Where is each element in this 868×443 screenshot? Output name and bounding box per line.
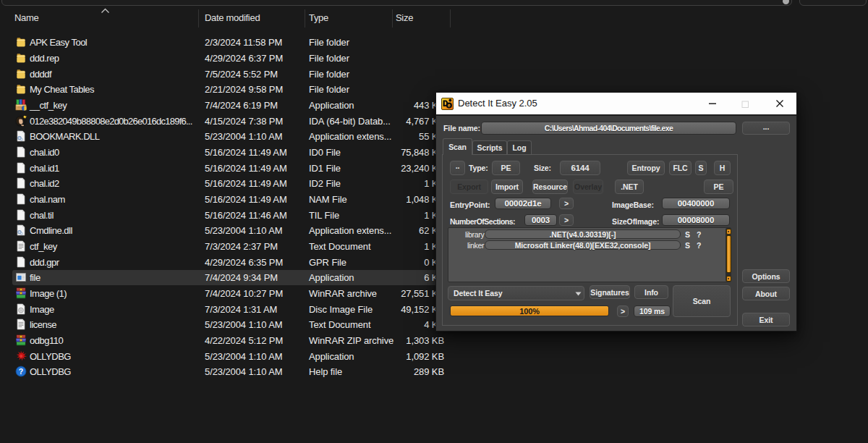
svg-text:?: ? <box>19 367 23 376</box>
